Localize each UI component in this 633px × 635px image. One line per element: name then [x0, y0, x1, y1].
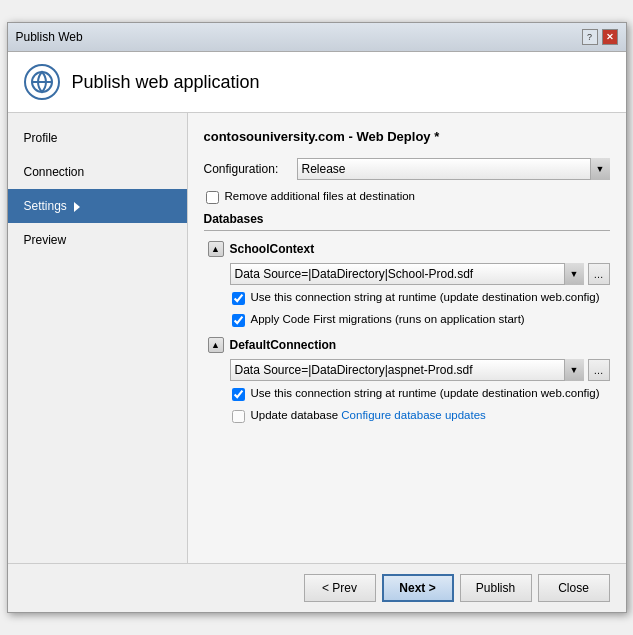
default-update-database-checkbox[interactable] [232, 410, 245, 423]
header-title: Publish web application [72, 72, 260, 93]
active-arrow-icon [74, 202, 80, 212]
default-connection-name: DefaultConnection [230, 338, 337, 352]
close-title-button[interactable]: ✕ [602, 29, 618, 45]
configuration-select-wrapper: Debug Release ▼ [297, 158, 610, 180]
title-bar-left: Publish Web [16, 30, 83, 44]
dialog-title: Publish Web [16, 30, 83, 44]
school-context-collapse-btn[interactable]: ▲ [208, 241, 224, 257]
help-button[interactable]: ? [582, 29, 598, 45]
databases-section: Databases ▲ SchoolContext Data Source=|D… [204, 212, 610, 423]
sidebar-item-profile[interactable]: Profile [8, 121, 187, 155]
school-context-checkboxes: Use this connection string at runtime (u… [230, 291, 610, 327]
next-button[interactable]: Next > [382, 574, 454, 602]
sidebar-item-preview[interactable]: Preview [8, 223, 187, 257]
configuration-select[interactable]: Debug Release [297, 158, 610, 180]
default-connection-group: ▲ DefaultConnection Data Source=|DataDir… [208, 337, 610, 423]
default-connection-select-row: Data Source=|DataDirectory|aspnet-Prod.s… [230, 359, 610, 381]
school-use-connection-checkbox[interactable] [232, 292, 245, 305]
school-use-connection-row: Use this connection string at runtime (u… [232, 291, 610, 305]
configuration-label: Configuration: [204, 162, 289, 176]
default-connection-collapse-btn[interactable]: ▲ [208, 337, 224, 353]
remove-files-row: Remove additional files at destination [206, 190, 610, 204]
default-use-connection-label: Use this connection string at runtime (u… [251, 387, 600, 399]
sidebar-item-settings[interactable]: Settings [8, 189, 187, 223]
school-apply-migrations-checkbox[interactable] [232, 314, 245, 327]
school-context-name: SchoolContext [230, 242, 315, 256]
default-use-connection-row: Use this connection string at runtime (u… [232, 387, 610, 401]
title-bar-controls: ? ✕ [582, 29, 618, 45]
school-context-select-wrapper: Data Source=|DataDirectory|School-Prod.s… [230, 263, 584, 285]
publish-button[interactable]: Publish [460, 574, 532, 602]
remove-files-label: Remove additional files at destination [225, 190, 416, 202]
profile-title: contosouniversity.com - Web Deploy * [204, 129, 610, 144]
configure-database-link[interactable]: Configure database updates [341, 409, 486, 421]
default-connection-checkboxes: Use this connection string at runtime (u… [230, 387, 610, 423]
default-use-connection-checkbox[interactable] [232, 388, 245, 401]
school-use-connection-label: Use this connection string at runtime (u… [251, 291, 600, 303]
default-connection-select[interactable]: Data Source=|DataDirectory|aspnet-Prod.s… [230, 359, 584, 381]
content: Profile Connection Settings Preview cont… [8, 113, 626, 563]
footer: < Prev Next > Publish Close [8, 563, 626, 612]
default-update-database-row: Update database Configure database updat… [232, 409, 610, 423]
default-update-database-label: Update database Configure database updat… [251, 409, 486, 421]
header-bar: Publish web application [8, 52, 626, 113]
school-apply-migrations-row: Apply Code First migrations (runs on app… [232, 313, 610, 327]
prev-button[interactable]: < Prev [304, 574, 376, 602]
configuration-row: Configuration: Debug Release ▼ [204, 158, 610, 180]
school-context-header: ▲ SchoolContext [208, 241, 610, 257]
main-content: contosouniversity.com - Web Deploy * Con… [188, 113, 626, 563]
dialog: Publish Web ? ✕ Publish web application … [7, 22, 627, 613]
close-button[interactable]: Close [538, 574, 610, 602]
title-bar: Publish Web ? ✕ [8, 23, 626, 52]
school-context-select[interactable]: Data Source=|DataDirectory|School-Prod.s… [230, 263, 584, 285]
sidebar: Profile Connection Settings Preview [8, 113, 188, 563]
school-context-browse-btn[interactable]: … [588, 263, 610, 285]
databases-header: Databases [204, 212, 610, 231]
default-connection-browse-btn[interactable]: … [588, 359, 610, 381]
sidebar-item-connection[interactable]: Connection [8, 155, 187, 189]
school-apply-migrations-label: Apply Code First migrations (runs on app… [251, 313, 525, 325]
default-connection-header: ▲ DefaultConnection [208, 337, 610, 353]
school-context-select-row: Data Source=|DataDirectory|School-Prod.s… [230, 263, 610, 285]
remove-files-checkbox[interactable] [206, 191, 219, 204]
default-connection-select-wrapper: Data Source=|DataDirectory|aspnet-Prod.s… [230, 359, 584, 381]
globe-icon [24, 64, 60, 100]
school-context-group: ▲ SchoolContext Data Source=|DataDirecto… [208, 241, 610, 327]
